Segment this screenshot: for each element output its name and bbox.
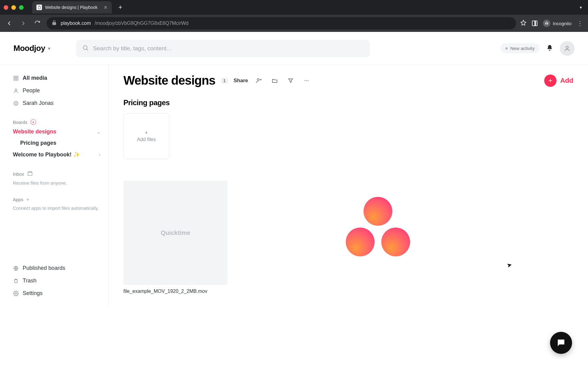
- browser-reload-button[interactable]: [32, 18, 42, 28]
- sidebar-boards-header: Boards +: [11, 118, 102, 126]
- svg-point-1: [547, 23, 548, 25]
- sidebar-board-website-designs[interactable]: Website designs ⌄: [11, 126, 102, 137]
- search-input[interactable]: [93, 45, 364, 52]
- file-name-label: file_example_MOV_1920_2_2MB.mov: [123, 289, 228, 294]
- sidebar-section-label: Inbox: [13, 171, 24, 177]
- sidebar-item-label: People: [23, 87, 40, 94]
- add-app-button[interactable]: +: [26, 197, 29, 202]
- loader-dot-icon: [364, 197, 392, 226]
- svg-rect-12: [28, 172, 32, 175]
- incognito-label: Incognito: [553, 21, 571, 26]
- sidebar-item-label: Settings: [23, 290, 43, 297]
- chevron-right-icon[interactable]: ›: [99, 152, 100, 157]
- browser-forward-button[interactable]: [18, 18, 28, 28]
- more-options-button[interactable]: [301, 75, 312, 86]
- add-button-label: Add: [560, 77, 573, 85]
- sidebar-section-label: Apps: [13, 197, 23, 202]
- bookmark-star-icon[interactable]: [520, 20, 526, 27]
- board-label: Welcome to Playbook! ✨: [13, 151, 80, 158]
- sidebar-item-published-boards[interactable]: Published boards: [11, 263, 102, 274]
- new-tab-button[interactable]: +: [115, 3, 125, 11]
- svg-point-15: [257, 79, 259, 81]
- inbox-icon: [27, 171, 33, 177]
- file-thumbnail[interactable]: Quicktime: [123, 181, 228, 285]
- side-panel-icon[interactable]: [532, 21, 537, 26]
- browser-tab[interactable]: Website designs | Playbook ✕: [32, 1, 112, 13]
- gear-icon: [13, 291, 19, 296]
- svg-point-17: [306, 80, 307, 81]
- tab-title: Website designs | Playbook: [45, 5, 100, 10]
- section-title: Pricing pages: [123, 98, 573, 107]
- svg-point-11: [17, 102, 17, 103]
- sidebar-board-welcome[interactable]: Welcome to Playbook! ✨ ›: [11, 149, 102, 160]
- apps-description: Connect apps to import files automatical…: [11, 204, 102, 212]
- svg-point-3: [566, 46, 568, 48]
- sidebar-item-settings[interactable]: Settings: [11, 288, 102, 299]
- svg-point-10: [15, 102, 16, 103]
- chevron-down-icon[interactable]: ⌄: [97, 129, 100, 134]
- add-files-card[interactable]: + Add files: [123, 113, 169, 159]
- chat-support-button[interactable]: [550, 332, 572, 354]
- svg-point-18: [308, 80, 309, 81]
- svg-point-16: [305, 80, 306, 81]
- board-label: Website designs: [13, 128, 56, 135]
- sidebar-section-label: Boards: [13, 120, 28, 125]
- user-avatar[interactable]: [560, 41, 575, 56]
- svg-rect-7: [17, 79, 18, 80]
- sidebar-item-label: Trash: [23, 278, 36, 284]
- window-maximize-button[interactable]: [19, 5, 24, 10]
- activity-dot-icon: [505, 47, 508, 50]
- add-button[interactable]: + Add: [544, 75, 573, 87]
- search-bar[interactable]: [76, 40, 370, 57]
- svg-point-8: [15, 89, 17, 91]
- sidebar-item-all-media[interactable]: All media: [11, 72, 102, 84]
- browser-back-button[interactable]: [4, 18, 14, 28]
- add-person-button[interactable]: [254, 75, 264, 86]
- workspace-switcher[interactable]: Moodjoy ▾: [13, 44, 50, 53]
- url-bar[interactable]: playbook.com/moodjoy/zbVbG9QhGG7G8xE6Q7M…: [47, 17, 516, 29]
- window-close-button[interactable]: [4, 5, 8, 10]
- svg-point-2: [83, 45, 87, 49]
- svg-point-9: [14, 101, 18, 105]
- svg-rect-6: [14, 79, 15, 80]
- browser-menu-button[interactable]: ⋮: [577, 20, 584, 27]
- notifications-button[interactable]: [546, 44, 553, 52]
- window-minimize-button[interactable]: [11, 5, 16, 10]
- new-activity-pill[interactable]: New activity: [500, 43, 540, 53]
- main-content: Website designs 1 Share + Add: [109, 65, 588, 306]
- smiley-icon: [13, 101, 19, 106]
- sidebar-item-label: Sarah Jonas: [23, 100, 54, 106]
- file-type-label: Quicktime: [161, 229, 190, 236]
- url-path: /moodjoy/zbVbG9QhGG7G8xE6Q7McirWd: [95, 21, 189, 26]
- sidebar-subboard-pricing-pages[interactable]: Pricing pages: [11, 137, 102, 149]
- lock-icon: [51, 20, 57, 27]
- chevron-down-icon: ▾: [48, 46, 50, 51]
- url-domain: playbook.com: [61, 21, 91, 26]
- tab-close-button[interactable]: ✕: [104, 5, 107, 10]
- svg-rect-5: [17, 76, 18, 78]
- loader-dot-icon: [346, 228, 375, 256]
- browser-toolbar: playbook.com/moodjoy/zbVbG9QhGG7G8xE6Q7M…: [0, 15, 588, 32]
- sidebar: All media People Sarah Jonas Boards +: [0, 65, 109, 306]
- inbox-description: Receive files from anyone.: [11, 178, 102, 186]
- sidebar-item-label: All media: [23, 75, 47, 81]
- loader-dot-icon: [381, 228, 410, 256]
- move-to-folder-button[interactable]: [270, 75, 280, 86]
- filter-button[interactable]: [285, 75, 296, 86]
- tab-strip: Website designs | Playbook ✕ + ▾: [0, 0, 588, 15]
- tabs-overflow-button[interactable]: ▾: [580, 5, 584, 10]
- sidebar-item-trash[interactable]: Trash: [11, 275, 102, 286]
- sidebar-item-user[interactable]: Sarah Jonas: [11, 98, 102, 109]
- share-button[interactable]: Share: [234, 78, 248, 84]
- browser-chrome: Website designs | Playbook ✕ + ▾ playboo…: [0, 0, 588, 32]
- sidebar-apps-header[interactable]: Apps +: [11, 196, 102, 204]
- incognito-badge[interactable]: Incognito: [543, 20, 571, 27]
- add-board-button[interactable]: +: [31, 119, 36, 125]
- sidebar-inbox-header[interactable]: Inbox: [11, 170, 102, 178]
- window-traffic-lights: [4, 5, 24, 10]
- tab-favicon-icon: [36, 5, 42, 10]
- sidebar-item-label: Published boards: [23, 265, 65, 271]
- sidebar-item-people[interactable]: People: [11, 85, 102, 96]
- svg-point-0: [545, 23, 547, 25]
- trash-icon: [13, 278, 19, 284]
